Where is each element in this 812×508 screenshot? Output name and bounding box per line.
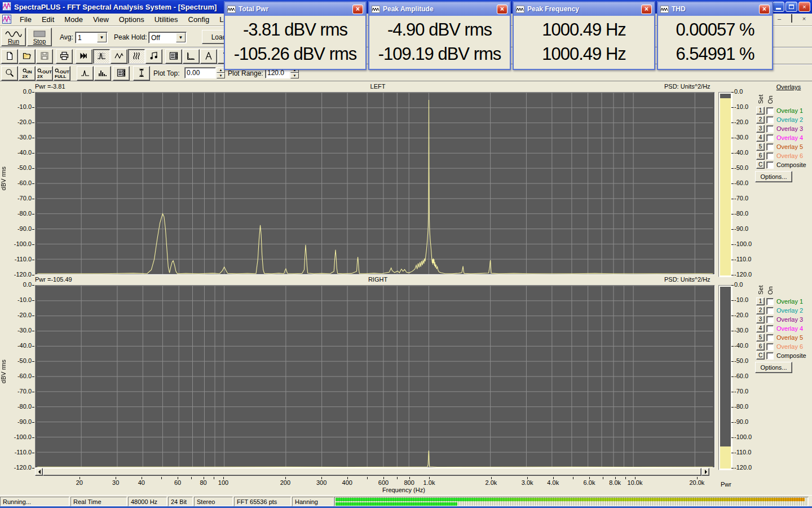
zoom-button[interactable] bbox=[1, 66, 18, 81]
meter-window-peak-amplitude[interactable]: Peak Amplitude×-4.90 dBV rms-109.19 dBV … bbox=[368, 1, 511, 70]
meter-window-titlebar[interactable]: Peak Amplitude× bbox=[369, 2, 510, 16]
overlay-set-button-3[interactable]: 3 bbox=[756, 125, 765, 133]
overlay-on-checkbox[interactable] bbox=[766, 125, 774, 133]
meter-window-peak-frequency[interactable]: Peak Frequency×1000.49 Hz1000.49 Hz bbox=[513, 1, 655, 70]
run-button[interactable]: Run bbox=[1, 28, 26, 46]
overlay-on-checkbox[interactable] bbox=[766, 334, 774, 341]
bar-plot-button[interactable] bbox=[94, 66, 111, 81]
line-plot-button[interactable] bbox=[77, 66, 94, 81]
open-file-button[interactable] bbox=[19, 49, 36, 64]
overlay-options-button[interactable]: Options... bbox=[755, 362, 792, 373]
scrollbar-thumb[interactable] bbox=[43, 468, 701, 476]
ruler-button[interactable] bbox=[183, 49, 200, 64]
save-button[interactable] bbox=[36, 49, 53, 64]
overlay-set-button-5[interactable]: 5 bbox=[756, 143, 765, 151]
overlay-on-checkbox[interactable] bbox=[766, 325, 774, 332]
overlay-set-button-5[interactable]: 5 bbox=[756, 334, 765, 341]
meter-window-thd[interactable]: THD×0.00057 %6.54991 % bbox=[657, 1, 773, 70]
meter-tick-label: -20.0 bbox=[734, 312, 748, 318]
chevron-down-icon[interactable]: ▼ bbox=[97, 33, 107, 42]
overlay-on-checkbox[interactable] bbox=[766, 107, 774, 115]
overlay-set-button-3[interactable]: 3 bbox=[756, 316, 765, 323]
autoscale-button[interactable] bbox=[133, 66, 150, 81]
avg-select[interactable]: 1 ▼ bbox=[75, 32, 108, 43]
overlay-set-button-4[interactable]: 4 bbox=[756, 134, 765, 142]
overlay-set-button-4[interactable]: 4 bbox=[756, 325, 765, 332]
mdi-close-button[interactable]: × bbox=[800, 15, 809, 23]
display-options-button[interactable] bbox=[113, 66, 130, 81]
input-level-meter bbox=[334, 497, 809, 506]
zoom-out-full-button[interactable]: OUTFULL bbox=[54, 66, 70, 81]
menu-item-file[interactable]: File bbox=[15, 14, 37, 25]
overlay-set-button-2[interactable]: 2 bbox=[756, 306, 765, 314]
print-button[interactable] bbox=[56, 49, 73, 64]
zoom-in-2x-button[interactable]: IN2X bbox=[19, 66, 36, 81]
psd-units-label-left: PSD: Units^2/Hz bbox=[664, 83, 710, 90]
close-icon[interactable]: × bbox=[641, 5, 652, 14]
phase-view-button[interactable] bbox=[145, 49, 162, 64]
spectrum-plot-left[interactable] bbox=[35, 92, 715, 275]
overlay-options-button[interactable]: Options... bbox=[755, 171, 792, 182]
menu-item-config[interactable]: Config bbox=[183, 14, 215, 25]
close-icon[interactable]: × bbox=[759, 5, 770, 14]
overlay-on-checkbox[interactable] bbox=[766, 116, 774, 124]
zoom-out-2x-button[interactable]: OUT2X bbox=[36, 66, 53, 81]
restore-button[interactable] bbox=[785, 2, 797, 12]
meter-window-titlebar[interactable]: Total Pwr× bbox=[225, 2, 365, 16]
mdi-minimize-button[interactable]: – bbox=[775, 15, 784, 23]
display-list-button[interactable] bbox=[165, 49, 182, 64]
stop-button[interactable]: Stop bbox=[27, 28, 52, 46]
overlay-set-button-2[interactable]: 2 bbox=[756, 116, 765, 124]
overlay-set-button-6[interactable]: 6 bbox=[756, 152, 765, 160]
overlay-set-button-c[interactable]: C bbox=[756, 161, 765, 169]
meter-tick-label: -110.0 bbox=[734, 256, 751, 262]
menu-item-view[interactable]: View bbox=[88, 14, 114, 25]
meter-window-titlebar[interactable]: Peak Frequency× bbox=[514, 2, 654, 16]
overlay-on-checkbox[interactable] bbox=[766, 152, 774, 160]
y-axis-tick-mark bbox=[32, 300, 34, 301]
scroll-left-button[interactable] bbox=[35, 468, 43, 476]
meter-window-titlebar[interactable]: THD× bbox=[658, 2, 772, 16]
overlay-on-checkbox[interactable] bbox=[766, 134, 774, 142]
meter-tick-mark bbox=[731, 376, 734, 377]
overlay-on-checkbox[interactable] bbox=[766, 307, 774, 314]
y-axis-tick-mark bbox=[32, 260, 34, 260]
overlay-set-button-1[interactable]: 1 bbox=[756, 107, 765, 115]
menu-item-options[interactable]: Options bbox=[114, 14, 149, 25]
power-meter-track bbox=[720, 94, 731, 275]
spectrum-line-icon bbox=[81, 68, 90, 78]
overlay-on-checkbox[interactable] bbox=[766, 143, 774, 151]
mdi-restore-button[interactable] bbox=[787, 15, 796, 23]
chevron-down-icon[interactable]: ▼ bbox=[176, 33, 186, 42]
overlay-on-checkbox[interactable] bbox=[766, 343, 774, 351]
spectrum-plot-right[interactable] bbox=[35, 285, 715, 468]
calibration-button[interactable] bbox=[200, 49, 217, 64]
close-icon[interactable]: × bbox=[497, 5, 508, 14]
overlay-set-button-c[interactable]: C bbox=[756, 352, 765, 360]
x-axis-tick-label: 8.0k bbox=[609, 479, 621, 486]
y-axis-tick-label: -110.0 bbox=[3, 449, 32, 456]
menu-item-mode[interactable]: Mode bbox=[59, 14, 88, 25]
minimize-button[interactable] bbox=[773, 2, 784, 12]
menu-item-utilities[interactable]: Utilities bbox=[149, 14, 183, 25]
overlay-on-checkbox[interactable] bbox=[766, 298, 774, 305]
overlay-on-checkbox[interactable] bbox=[766, 161, 774, 169]
plot-top-input[interactable]: 0.00 bbox=[184, 67, 216, 78]
spectrum-view-button[interactable] bbox=[93, 49, 110, 64]
overlay-set-button-1[interactable]: 1 bbox=[756, 297, 765, 305]
scroll-right-button[interactable] bbox=[701, 468, 709, 476]
horizontal-scrollbar[interactable] bbox=[35, 468, 710, 476]
close-icon[interactable]: × bbox=[352, 5, 363, 14]
overlay-set-button-6[interactable]: 6 bbox=[756, 343, 765, 351]
spectrogram-view-button[interactable] bbox=[128, 49, 145, 64]
peak-hold-select[interactable]: Off ▼ bbox=[148, 32, 187, 43]
meter-tick-label: 0.0 bbox=[734, 88, 743, 95]
overlay-on-checkbox[interactable] bbox=[766, 352, 774, 360]
overlay-on-checkbox[interactable] bbox=[766, 316, 774, 323]
time-series-view-button[interactable] bbox=[111, 49, 127, 64]
new-file-button[interactable] bbox=[1, 49, 18, 64]
close-button[interactable]: × bbox=[798, 2, 810, 12]
menu-item-edit[interactable]: Edit bbox=[37, 14, 59, 25]
process-button[interactable] bbox=[76, 49, 92, 64]
meter-window-total-pwr[interactable]: Total Pwr×-3.81 dBV rms-105.26 dBV rms bbox=[224, 1, 367, 70]
